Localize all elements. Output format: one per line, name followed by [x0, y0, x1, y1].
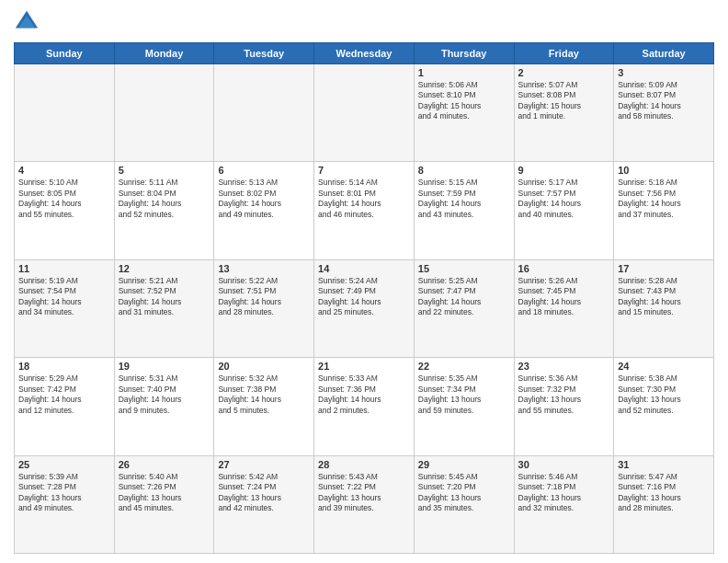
calendar-cell: 14Sunrise: 5:24 AM Sunset: 7:49 PM Dayli…: [314, 259, 415, 357]
day-number: 28: [318, 459, 410, 470]
day-info: Sunrise: 5:43 AM Sunset: 7:22 PM Dayligh…: [318, 472, 410, 514]
day-info: Sunrise: 5:09 AM Sunset: 8:07 PM Dayligh…: [618, 80, 710, 122]
day-info: Sunrise: 5:40 AM Sunset: 7:26 PM Dayligh…: [119, 472, 210, 514]
day-info: Sunrise: 5:26 AM Sunset: 7:45 PM Dayligh…: [518, 276, 610, 318]
calendar-cell: [15, 64, 115, 162]
page: SundayMondayTuesdayWednesdayThursdayFrid…: [0, 0, 728, 563]
calendar-cell: 20Sunrise: 5:32 AM Sunset: 7:38 PM Dayli…: [214, 358, 314, 455]
day-number: 3: [618, 67, 710, 78]
day-number: 17: [618, 263, 710, 274]
calendar-week-3: 11Sunrise: 5:19 AM Sunset: 7:54 PM Dayli…: [15, 259, 714, 357]
day-info: Sunrise: 5:46 AM Sunset: 7:18 PM Dayligh…: [518, 472, 610, 514]
day-number: 9: [518, 165, 610, 176]
day-info: Sunrise: 5:14 AM Sunset: 8:01 PM Dayligh…: [318, 178, 410, 220]
day-info: Sunrise: 5:35 AM Sunset: 7:34 PM Dayligh…: [418, 373, 510, 416]
day-info: Sunrise: 5:17 AM Sunset: 7:57 PM Dayligh…: [518, 178, 610, 220]
day-number: 1: [418, 67, 510, 78]
day-info: Sunrise: 5:29 AM Sunset: 7:42 PM Dayligh…: [18, 373, 110, 416]
day-number: 7: [318, 165, 410, 176]
day-info: Sunrise: 5:21 AM Sunset: 7:52 PM Dayligh…: [119, 276, 210, 318]
day-info: Sunrise: 5:25 AM Sunset: 7:47 PM Dayligh…: [418, 276, 510, 318]
calendar-cell: 24Sunrise: 5:38 AM Sunset: 7:30 PM Dayli…: [614, 358, 714, 455]
calendar-cell: 7Sunrise: 5:14 AM Sunset: 8:01 PM Daylig…: [314, 162, 415, 259]
day-number: 11: [18, 263, 110, 274]
day-number: 29: [418, 459, 510, 470]
day-info: Sunrise: 5:47 AM Sunset: 7:16 PM Dayligh…: [618, 472, 710, 514]
calendar-cell: [114, 64, 214, 162]
calendar-week-5: 25Sunrise: 5:39 AM Sunset: 7:28 PM Dayli…: [15, 455, 714, 553]
calendar-cell: 21Sunrise: 5:33 AM Sunset: 7:36 PM Dayli…: [314, 358, 415, 455]
calendar-cell: [314, 64, 415, 162]
calendar-cell: 19Sunrise: 5:31 AM Sunset: 7:40 PM Dayli…: [114, 358, 214, 455]
day-info: Sunrise: 5:32 AM Sunset: 7:38 PM Dayligh…: [218, 373, 310, 416]
calendar-table: SundayMondayTuesdayWednesdayThursdayFrid…: [14, 42, 714, 554]
day-info: Sunrise: 5:13 AM Sunset: 8:02 PM Dayligh…: [218, 178, 310, 220]
calendar-cell: 15Sunrise: 5:25 AM Sunset: 7:47 PM Dayli…: [414, 259, 514, 357]
logo: [14, 9, 43, 35]
day-info: Sunrise: 5:38 AM Sunset: 7:30 PM Dayligh…: [618, 373, 710, 416]
day-info: Sunrise: 5:06 AM Sunset: 8:10 PM Dayligh…: [418, 80, 510, 122]
header: [14, 9, 714, 35]
day-number: 31: [618, 459, 710, 470]
day-info: Sunrise: 5:22 AM Sunset: 7:51 PM Dayligh…: [218, 276, 310, 318]
calendar-cell: 31Sunrise: 5:47 AM Sunset: 7:16 PM Dayli…: [614, 455, 714, 553]
day-info: Sunrise: 5:28 AM Sunset: 7:43 PM Dayligh…: [618, 276, 710, 318]
calendar-cell: 6Sunrise: 5:13 AM Sunset: 8:02 PM Daylig…: [214, 162, 314, 259]
day-number: 2: [518, 67, 610, 78]
calendar-cell: 30Sunrise: 5:46 AM Sunset: 7:18 PM Dayli…: [514, 455, 614, 553]
day-info: Sunrise: 5:15 AM Sunset: 7:59 PM Dayligh…: [418, 178, 510, 220]
calendar-cell: 11Sunrise: 5:19 AM Sunset: 7:54 PM Dayli…: [15, 259, 115, 357]
calendar-cell: 10Sunrise: 5:18 AM Sunset: 7:56 PM Dayli…: [614, 162, 714, 259]
calendar-cell: 16Sunrise: 5:26 AM Sunset: 7:45 PM Dayli…: [514, 259, 614, 357]
logo-icon: [14, 9, 40, 35]
weekday-header-sunday: Sunday: [15, 43, 115, 64]
day-number: 20: [218, 361, 310, 372]
day-info: Sunrise: 5:18 AM Sunset: 7:56 PM Dayligh…: [618, 178, 710, 220]
day-number: 4: [18, 165, 110, 176]
calendar-cell: 17Sunrise: 5:28 AM Sunset: 7:43 PM Dayli…: [614, 259, 714, 357]
day-info: Sunrise: 5:42 AM Sunset: 7:24 PM Dayligh…: [218, 472, 310, 514]
calendar-cell: 18Sunrise: 5:29 AM Sunset: 7:42 PM Dayli…: [15, 358, 115, 455]
calendar-cell: 12Sunrise: 5:21 AM Sunset: 7:52 PM Dayli…: [114, 259, 214, 357]
calendar-cell: [214, 64, 314, 162]
day-number: 24: [618, 361, 710, 372]
day-number: 22: [418, 361, 510, 372]
day-info: Sunrise: 5:19 AM Sunset: 7:54 PM Dayligh…: [18, 276, 110, 318]
day-number: 25: [18, 459, 110, 470]
calendar-cell: 1Sunrise: 5:06 AM Sunset: 8:10 PM Daylig…: [414, 64, 514, 162]
calendar-cell: 28Sunrise: 5:43 AM Sunset: 7:22 PM Dayli…: [314, 455, 415, 553]
calendar-cell: 5Sunrise: 5:11 AM Sunset: 8:04 PM Daylig…: [114, 162, 214, 259]
weekday-header-thursday: Thursday: [414, 43, 514, 64]
calendar-cell: 4Sunrise: 5:10 AM Sunset: 8:05 PM Daylig…: [15, 162, 115, 259]
calendar-week-2: 4Sunrise: 5:10 AM Sunset: 8:05 PM Daylig…: [15, 162, 714, 259]
calendar-cell: 13Sunrise: 5:22 AM Sunset: 7:51 PM Dayli…: [214, 259, 314, 357]
calendar-cell: 23Sunrise: 5:36 AM Sunset: 7:32 PM Dayli…: [514, 358, 614, 455]
calendar-cell: 8Sunrise: 5:15 AM Sunset: 7:59 PM Daylig…: [414, 162, 514, 259]
day-number: 26: [119, 459, 210, 470]
day-number: 6: [218, 165, 310, 176]
day-number: 18: [18, 361, 110, 372]
calendar-cell: 29Sunrise: 5:45 AM Sunset: 7:20 PM Dayli…: [414, 455, 514, 553]
day-info: Sunrise: 5:39 AM Sunset: 7:28 PM Dayligh…: [18, 472, 110, 514]
day-info: Sunrise: 5:31 AM Sunset: 7:40 PM Dayligh…: [119, 373, 210, 416]
day-number: 16: [518, 263, 610, 274]
day-number: 15: [418, 263, 510, 274]
day-number: 23: [518, 361, 610, 372]
day-number: 8: [418, 165, 510, 176]
day-number: 19: [119, 361, 210, 372]
weekday-header-tuesday: Tuesday: [214, 43, 314, 64]
day-number: 10: [618, 165, 710, 176]
day-number: 30: [518, 459, 610, 470]
weekday-header-saturday: Saturday: [614, 43, 714, 64]
calendar-cell: 22Sunrise: 5:35 AM Sunset: 7:34 PM Dayli…: [414, 358, 514, 455]
calendar-cell: 27Sunrise: 5:42 AM Sunset: 7:24 PM Dayli…: [214, 455, 314, 553]
calendar-cell: 9Sunrise: 5:17 AM Sunset: 7:57 PM Daylig…: [514, 162, 614, 259]
day-number: 13: [218, 263, 310, 274]
day-number: 14: [318, 263, 410, 274]
calendar-cell: 3Sunrise: 5:09 AM Sunset: 8:07 PM Daylig…: [614, 64, 714, 162]
day-number: 27: [218, 459, 310, 470]
day-info: Sunrise: 5:10 AM Sunset: 8:05 PM Dayligh…: [18, 178, 110, 220]
day-info: Sunrise: 5:45 AM Sunset: 7:20 PM Dayligh…: [418, 472, 510, 514]
calendar-cell: 2Sunrise: 5:07 AM Sunset: 8:08 PM Daylig…: [514, 64, 614, 162]
weekday-header-friday: Friday: [514, 43, 614, 64]
